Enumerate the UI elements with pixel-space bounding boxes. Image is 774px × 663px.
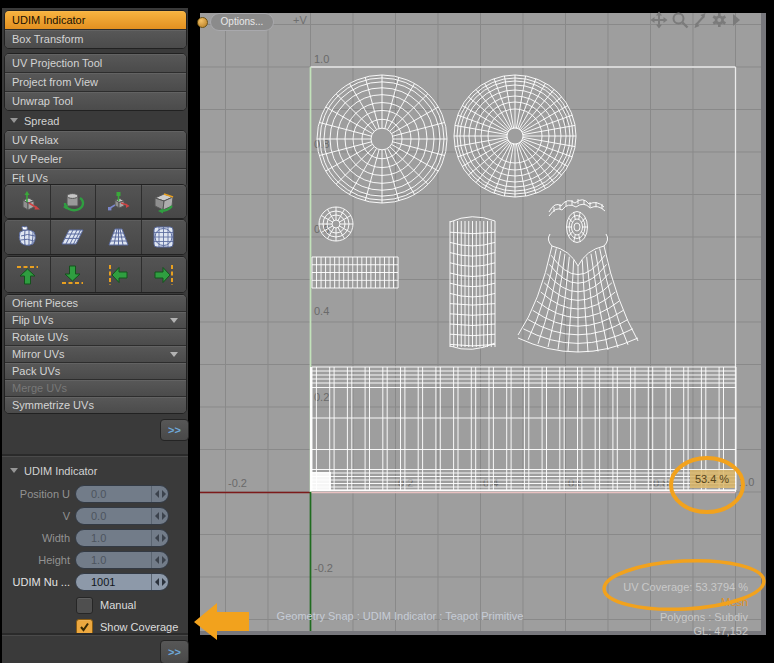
- align-right-button[interactable]: [142, 257, 187, 292]
- spinner-icon: [151, 530, 168, 546]
- tool-mirror-uvs[interactable]: Mirror UVs: [5, 346, 186, 363]
- manual-label: Manual: [100, 599, 136, 611]
- spherical-projection-button[interactable]: [142, 220, 187, 254]
- coverage-badge-text: 53.4 %: [695, 473, 729, 485]
- more-button-partial[interactable]: >>: [160, 640, 189, 663]
- tool-flip-uvs[interactable]: Flip UVs: [5, 312, 186, 329]
- tool-udim-indicator[interactable]: UDIM Indicator: [5, 11, 186, 30]
- spinner-icon[interactable]: [151, 574, 168, 590]
- field-position-v: V 0.0: [2, 506, 188, 526]
- align-bottom-button[interactable]: [51, 257, 97, 292]
- uv-viewport-canvas[interactable]: [200, 13, 766, 635]
- move-tool-icon: [14, 190, 41, 214]
- planar-projection-button[interactable]: [51, 220, 97, 254]
- perspective-projection-button[interactable]: [96, 220, 142, 254]
- zoom-icon[interactable]: [671, 11, 689, 29]
- annotation-circle-badge: [671, 458, 743, 512]
- manual-checkbox[interactable]: [76, 597, 93, 614]
- v-axis-label: 0.4: [314, 305, 329, 317]
- axis-labels: 1.0 0.8 0.6 0.4 0.2 -0.2 -0.2 0.2 0.4 0.…: [228, 53, 754, 574]
- status-center-text: Geometry Snap : UDIM Indicator : Teapot …: [277, 610, 524, 622]
- field-udim-number-label: UDIM Nu ...: [2, 576, 70, 588]
- field-width-value: 1.0: [76, 532, 151, 544]
- box-transform-icon: [150, 190, 177, 214]
- field-position-u: Position U 0.0: [2, 484, 188, 504]
- wrap-projection-button[interactable]: [5, 220, 51, 254]
- align-top-button[interactable]: [5, 257, 51, 292]
- field-udim-number-input[interactable]: 1001: [75, 573, 169, 591]
- transform-axes-button[interactable]: [96, 185, 142, 218]
- spherical-projection-icon: [150, 224, 177, 250]
- move-tool-button[interactable]: [5, 185, 51, 218]
- field-width-label: Width: [2, 532, 70, 544]
- field-height: Height 1.0: [2, 550, 188, 570]
- dropdown-arrow-icon: [170, 318, 178, 323]
- annotation-arrow-left: [194, 603, 249, 640]
- tool-flip-uvs-label: Flip UVs: [12, 314, 54, 326]
- icon-row-align: [4, 256, 187, 293]
- spread-section-label: Spread: [24, 115, 59, 127]
- planar-projection-icon: [59, 224, 86, 250]
- u-axis-label: 0.2: [398, 477, 413, 489]
- align-left-icon: [105, 262, 132, 288]
- maximize-icon[interactable]: [692, 11, 708, 29]
- left-sidebar: UDIM Indicator Box Transform UV Projecti…: [2, 8, 188, 663]
- udim-panel-title: UDIM Indicator: [24, 465, 97, 477]
- perspective-projection-icon: [105, 224, 132, 250]
- udim-panel-header[interactable]: UDIM Indicator: [6, 462, 97, 479]
- v-axis-label: 1.0: [314, 53, 329, 65]
- spinner-icon: [151, 552, 168, 568]
- align-bottom-icon: [59, 262, 86, 288]
- u-axis-label: 0.8: [653, 477, 668, 489]
- align-left-button[interactable]: [96, 257, 142, 292]
- tool-group-layout: Orient Pieces Flip UVs Rotate UVs Mirror…: [4, 294, 187, 414]
- pan-icon[interactable]: [650, 11, 668, 29]
- spread-section-header[interactable]: Spread: [6, 112, 59, 129]
- tool-group-top: UDIM Indicator Box Transform: [4, 10, 187, 49]
- annotations: [194, 458, 765, 640]
- expand-arrow-icon[interactable]: [730, 11, 742, 29]
- tool-box-transform[interactable]: Box Transform: [5, 30, 186, 48]
- tool-orient-pieces[interactable]: Orient Pieces: [5, 295, 186, 312]
- tool-uv-peeler[interactable]: UV Peeler: [5, 150, 186, 169]
- field-position-v-value: 0.0: [76, 510, 151, 522]
- v-axis-label: -0.2: [314, 562, 333, 574]
- field-udim-number-value: 1001: [76, 576, 151, 588]
- options-button[interactable]: Options...: [210, 13, 274, 31]
- tool-uv-relax[interactable]: UV Relax: [5, 131, 186, 150]
- uv-editor-window: UDIM Indicator Box Transform UV Projecti…: [0, 0, 774, 663]
- tool-unwrap[interactable]: Unwrap Tool: [5, 92, 186, 110]
- gear-icon[interactable]: [711, 11, 727, 29]
- field-height-label: Height: [2, 554, 70, 566]
- more-tools-button[interactable]: >>: [160, 419, 189, 441]
- tool-project-from-view[interactable]: Project from View: [5, 73, 186, 92]
- annotation-circle-coverage: [603, 557, 765, 613]
- field-width: Width 1.0: [2, 528, 188, 548]
- rotate-tool-button[interactable]: [51, 185, 97, 218]
- tool-symmetrize-uvs[interactable]: Symmetrize UVs: [5, 397, 186, 413]
- show-coverage-label: Show Coverage: [100, 621, 178, 633]
- field-position-u-label: Position U: [2, 488, 70, 500]
- uv-grid-layer: [200, 13, 766, 635]
- field-width-input: 1.0: [75, 529, 169, 547]
- viewport-state-dot-icon[interactable]: [197, 17, 208, 28]
- tool-mirror-uvs-label: Mirror UVs: [12, 348, 65, 360]
- spinner-icon: [151, 486, 168, 502]
- v-axis-label: 0.2: [314, 391, 329, 403]
- field-position-u-input: 0.0: [75, 485, 169, 503]
- u-axis-label: 1.0: [739, 476, 754, 488]
- u-axis-label: 0.6: [568, 477, 583, 489]
- field-height-input: 1.0: [75, 551, 169, 569]
- wrap-projection-icon: [14, 224, 41, 250]
- status-item-name: Mesh: [721, 596, 748, 608]
- tool-uv-projection[interactable]: UV Projection Tool: [5, 54, 186, 73]
- tool-group-spread: UV Relax UV Peeler Fit UVs: [4, 130, 187, 188]
- manual-option: Manual: [76, 596, 136, 614]
- panel-divider: [2, 454, 188, 456]
- box-transform-button[interactable]: [142, 185, 187, 218]
- tool-rotate-uvs[interactable]: Rotate UVs: [5, 329, 186, 346]
- dropdown-arrow-icon: [170, 352, 178, 357]
- icon-row-transform: [4, 184, 187, 219]
- tool-pack-uvs[interactable]: Pack UVs: [5, 363, 186, 380]
- coverage-badge: [690, 470, 735, 488]
